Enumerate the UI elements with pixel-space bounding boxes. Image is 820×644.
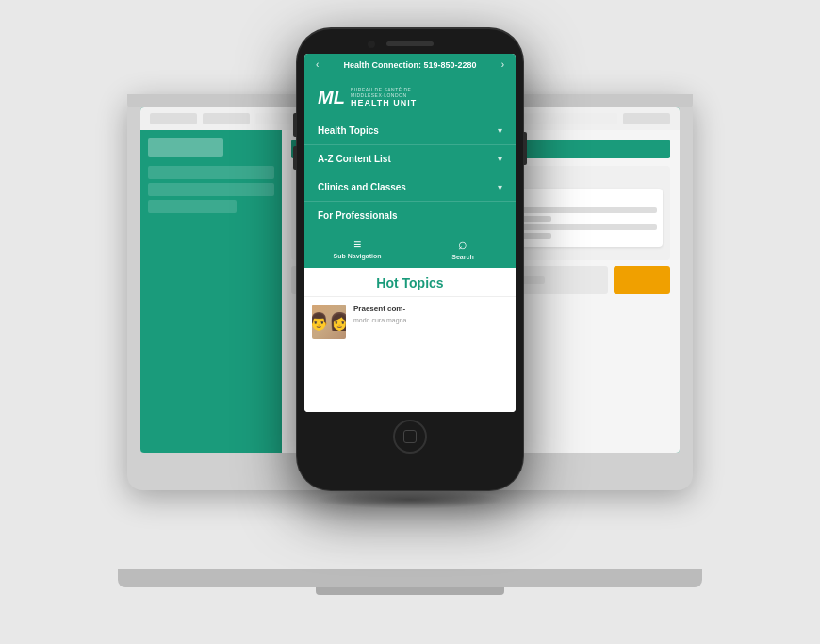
nav-item-az-content[interactable]: A-Z Content List ▾ xyxy=(304,145,516,173)
article-thumb-image: 👨‍👩 xyxy=(312,305,346,339)
phone-body: ‹ Health Connection: 519-850-2280 › ML B… xyxy=(297,28,523,490)
laptop-nav-btn-3 xyxy=(623,113,670,124)
nav-item-clinics[interactable]: Clinics and Classes ▾ xyxy=(304,173,516,202)
logo-line3: HEALTH UNIT xyxy=(351,98,417,107)
laptop-base xyxy=(118,569,702,587)
ml-letters: ML xyxy=(318,88,345,107)
phone-device: ‹ Health Connection: 519-850-2280 › ML B… xyxy=(297,28,523,509)
nav-item-professionals[interactable]: For Professionals xyxy=(304,202,516,229)
article-title: Praesent com- xyxy=(353,305,406,314)
sub-nav-search-item[interactable]: ⌕ Search xyxy=(410,237,516,260)
phone-screen: ‹ Health Connection: 519-850-2280 › ML B… xyxy=(304,54,516,412)
laptop-menu-2 xyxy=(148,183,274,196)
ml-logo-text: BUREAU DE SANTÉ DE MIDDLESEX·LONDON HEAL… xyxy=(351,87,417,107)
phone-top-bar: ‹ Health Connection: 519-850-2280 › xyxy=(304,54,516,75)
nav-label-clinics: Clinics and Classes xyxy=(318,182,406,192)
sub-nav-menu-item[interactable]: ≡ Sub Navigation xyxy=(304,238,410,259)
phone-content-area: Hot Topics 👨‍👩 Praesent com- modo cura m… xyxy=(304,268,516,412)
search-icon: ⌕ xyxy=(458,237,467,252)
ml-logo: ML BUREAU DE SANTÉ DE MIDDLESEX·LONDON H… xyxy=(318,87,502,107)
phone-speaker xyxy=(386,41,434,46)
volume-down-button xyxy=(293,146,297,170)
volume-up-button xyxy=(293,113,297,137)
logo-area: ML BUREAU DE SANTÉ DE MIDDLESEX·LONDON H… xyxy=(304,75,516,117)
hamburger-icon: ≡ xyxy=(353,238,361,251)
article-text-block: Praesent com- modo cura magna xyxy=(353,305,406,324)
nav-arrow-az-content: ▾ xyxy=(498,154,502,164)
nav-arrow-health-topics: ▾ xyxy=(498,125,502,136)
article-thumbnail: 👨‍👩 xyxy=(312,305,346,339)
home-button[interactable] xyxy=(393,420,427,454)
laptop-nav-btn-2 xyxy=(203,113,250,124)
nav-label-professionals: For Professionals xyxy=(318,210,397,221)
power-button xyxy=(523,132,527,165)
phone-sub-nav-bar: ≡ Sub Navigation ⌕ Search xyxy=(304,229,516,268)
laptop-nav-btn-1 xyxy=(150,113,197,124)
article-subtitle: modo cura magna xyxy=(353,316,406,324)
search-label: Search xyxy=(451,254,473,260)
laptop-menu-1 xyxy=(148,166,274,179)
hot-topics-heading: Hot Topics xyxy=(304,268,516,297)
health-connection-text: Health Connection: 519-850-2280 xyxy=(319,60,500,70)
nav-label-health-topics: Health Topics xyxy=(318,125,379,136)
next-arrow-icon[interactable]: › xyxy=(501,59,504,70)
laptop-sidebar xyxy=(140,130,282,453)
nav-item-health-topics[interactable]: Health Topics ▾ xyxy=(304,117,516,145)
article-preview[interactable]: 👨‍👩 Praesent com- modo cura magna xyxy=(304,297,516,346)
nav-arrow-clinics: ▾ xyxy=(498,182,502,192)
phone-navigation: Health Topics ▾ A-Z Content List ▾ Clini… xyxy=(304,117,516,229)
sub-nav-label: Sub Navigation xyxy=(334,253,382,259)
laptop-menu-3 xyxy=(148,200,237,213)
home-button-inner xyxy=(403,430,417,443)
phone-shadow xyxy=(316,490,504,509)
laptop-logo xyxy=(148,138,223,157)
nav-label-az-content: A-Z Content List xyxy=(318,154,391,164)
